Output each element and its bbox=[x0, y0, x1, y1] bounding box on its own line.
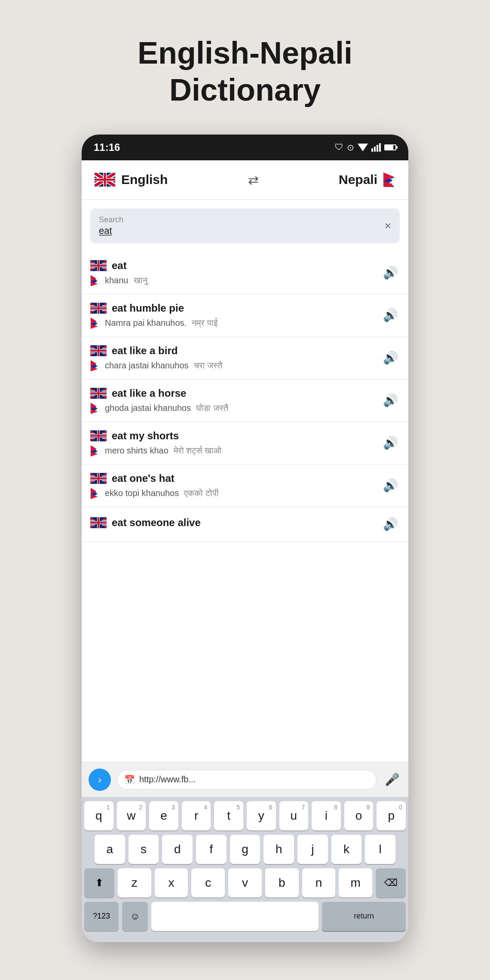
entry-word: eat my shorts bbox=[112, 430, 179, 442]
forward-nav-button[interactable]: › bbox=[89, 769, 111, 791]
entry-item[interactable]: eat my shorts mero shirts khao मेरो शर्ट… bbox=[82, 422, 408, 465]
keyboard-row-3: ⬆ z x c v b n bbox=[84, 868, 406, 897]
entry-item[interactable]: eat one's hat ekko topi khanuhos एकको टो… bbox=[82, 465, 408, 507]
key-j[interactable]: j bbox=[297, 835, 328, 864]
entry-transliteration: Namra pai khanuhos. bbox=[105, 318, 187, 328]
swap-button[interactable]: ⇄ bbox=[248, 172, 259, 187]
key-g[interactable]: g bbox=[230, 835, 260, 864]
entry-nepali: mero shirts khao मेरो शर्ट्स खाओ bbox=[90, 445, 381, 456]
key-n[interactable]: n bbox=[302, 868, 336, 897]
entry-item[interactable]: eat like a horse ghoda jastai khanuhos घ… bbox=[82, 380, 408, 422]
title-line2: Dictionary bbox=[169, 73, 321, 107]
search-input-area[interactable]: Search eat bbox=[99, 215, 380, 236]
entry-word: eat bbox=[112, 260, 127, 272]
entry-item[interactable]: eat someone alive 🔊 bbox=[82, 507, 408, 542]
key-f[interactable]: f bbox=[196, 835, 227, 864]
battery-icon bbox=[384, 144, 396, 150]
entry-list: eat khanu खानु 🔊 bbox=[82, 252, 408, 542]
entry-nepali-script: मेरो शर्ट्स खाओ bbox=[174, 446, 221, 456]
svg-rect-121 bbox=[90, 522, 107, 524]
search-bar[interactable]: Search eat × bbox=[90, 208, 400, 243]
mic-button[interactable]: 🎤 bbox=[383, 770, 401, 789]
url-bar[interactable]: 📅 http://www.fb... bbox=[117, 770, 377, 790]
entry-nepali-script: घोडा जस्तै bbox=[196, 403, 228, 413]
sound-button[interactable]: 🔊 bbox=[381, 263, 400, 282]
key-m[interactable]: m bbox=[339, 868, 372, 897]
right-language: Nepali bbox=[339, 172, 395, 187]
svg-rect-57 bbox=[90, 350, 107, 352]
key-l[interactable]: l bbox=[365, 835, 395, 864]
key-o[interactable]: 9 o bbox=[344, 801, 374, 830]
clear-button[interactable]: × bbox=[385, 219, 391, 233]
key-e[interactable]: 3 e bbox=[149, 801, 178, 830]
key-a[interactable]: a bbox=[95, 835, 125, 864]
key-t[interactable]: 5 t bbox=[214, 801, 243, 830]
sound-button[interactable]: 🔊 bbox=[381, 476, 400, 495]
speaker-icon: 🔊 bbox=[383, 393, 398, 407]
key-x[interactable]: x bbox=[155, 868, 188, 897]
return-label: return bbox=[354, 912, 374, 921]
nepal-flag-small-icon bbox=[90, 318, 100, 329]
wifi-icon bbox=[358, 144, 368, 151]
entry-item[interactable]: eat like a bird chara jastai khanuhos चर… bbox=[82, 337, 408, 380]
key-v[interactable]: v bbox=[228, 868, 262, 897]
entry-nepali: ghoda jastai khanuhos घोडा जस्तै bbox=[90, 403, 381, 414]
emoji-key[interactable]: ☺ bbox=[122, 902, 148, 931]
symbols-key[interactable]: ?123 bbox=[84, 902, 119, 931]
entry-nepali: ekko topi khanuhos एकको टोपी bbox=[90, 488, 381, 499]
entry-nepali-script: चरा जस्तै bbox=[194, 361, 223, 371]
uk-flag-small-icon bbox=[90, 345, 107, 356]
shield-icon: 🛡 bbox=[335, 142, 343, 152]
key-c[interactable]: c bbox=[191, 868, 225, 897]
right-language-name: Nepali bbox=[339, 172, 377, 187]
sound-button[interactable]: 🔊 bbox=[381, 391, 400, 410]
delete-key[interactable]: ⌫ bbox=[376, 868, 406, 897]
entry-content: eat like a bird chara jastai khanuhos चर… bbox=[90, 345, 381, 371]
left-language: English bbox=[95, 172, 168, 187]
entry-item[interactable]: eat humble pie Namra pai khanuhos. नम्र … bbox=[82, 294, 408, 337]
shift-icon: ⬆ bbox=[95, 877, 104, 889]
phone-frame: 11:16 🛡 ⊙ bbox=[82, 135, 408, 942]
key-r[interactable]: 4 r bbox=[182, 801, 211, 830]
speaker-icon: 🔊 bbox=[383, 266, 398, 280]
entry-nepali-script: खानु bbox=[134, 276, 147, 285]
sound-button[interactable]: 🔊 bbox=[381, 306, 400, 325]
keyboard-row-2: a s d f g h j bbox=[84, 835, 406, 864]
key-w[interactable]: 2 w bbox=[117, 801, 146, 830]
key-b[interactable]: b bbox=[265, 868, 299, 897]
entry-nepali: khanu खानु bbox=[90, 275, 381, 286]
speaker-icon: 🔊 bbox=[383, 517, 398, 531]
key-q[interactable]: 1 q bbox=[84, 801, 113, 830]
key-i[interactable]: 8 i bbox=[312, 801, 341, 830]
key-k[interactable]: k bbox=[331, 835, 362, 864]
key-d[interactable]: d bbox=[162, 835, 193, 864]
svg-rect-89 bbox=[90, 435, 107, 437]
entry-english: eat like a bird bbox=[90, 345, 381, 357]
key-s[interactable]: s bbox=[129, 835, 159, 864]
entry-transliteration: khanu bbox=[105, 276, 129, 285]
entry-item[interactable]: eat khanu खानु 🔊 bbox=[82, 252, 408, 294]
key-h[interactable]: h bbox=[263, 835, 294, 864]
microphone-icon: 🎤 bbox=[385, 772, 400, 787]
uk-flag-icon bbox=[95, 173, 115, 187]
entry-content: eat humble pie Namra pai khanuhos. नम्र … bbox=[90, 302, 381, 329]
key-z[interactable]: z bbox=[118, 868, 151, 897]
key-p[interactable]: 0 p bbox=[377, 801, 406, 830]
key-u[interactable]: 7 u bbox=[279, 801, 309, 830]
return-key[interactable]: return bbox=[322, 902, 406, 931]
uk-flag-small-icon bbox=[90, 260, 107, 271]
sound-button[interactable]: 🔊 bbox=[381, 349, 400, 368]
svg-rect-105 bbox=[90, 478, 107, 479]
status-icons: 🛡 ⊙ bbox=[335, 142, 396, 153]
space-key[interactable] bbox=[151, 902, 318, 931]
shift-key[interactable]: ⬆ bbox=[84, 868, 114, 897]
entry-transliteration: ekko topi khanuhos bbox=[105, 488, 179, 498]
sound-button[interactable]: 🔊 bbox=[381, 515, 400, 534]
entry-content: eat khanu खानु bbox=[90, 260, 381, 286]
sound-button[interactable]: 🔊 bbox=[381, 434, 400, 453]
entry-transliteration: ghoda jastai khanuhos bbox=[105, 403, 191, 413]
entry-word: eat someone alive bbox=[112, 517, 201, 529]
entry-content: eat my shorts mero shirts khao मेरो शर्ट… bbox=[90, 430, 381, 456]
key-y[interactable]: 6 y bbox=[247, 801, 276, 830]
entry-english: eat one's hat bbox=[90, 472, 381, 484]
